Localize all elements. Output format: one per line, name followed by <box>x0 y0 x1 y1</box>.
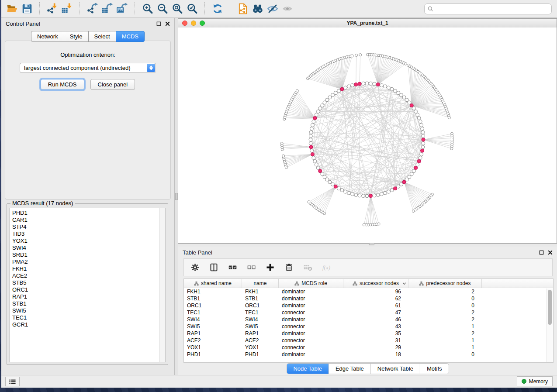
mcds-result-node[interactable]: TEC1 <box>12 314 165 321</box>
search-input[interactable] <box>434 5 549 13</box>
mcds-result-node[interactable]: FKH1 <box>12 265 165 272</box>
mcds-result-node[interactable]: PMA2 <box>12 258 165 265</box>
column-header-successor-nodes[interactable]: successor nodes <box>343 279 408 288</box>
export-image-icon[interactable] <box>115 2 130 16</box>
mcds-result-node[interactable]: PHD1 <box>12 210 165 217</box>
open-file-icon[interactable] <box>5 2 20 16</box>
tab-select[interactable]: Select <box>89 31 116 42</box>
cell-predecessor-nodes: 2 <box>408 330 482 337</box>
mcds-result-node[interactable]: RAP1 <box>12 293 165 300</box>
optimization-criterion-label: Optimization criterion: <box>5 52 170 58</box>
zoom-out-icon[interactable] <box>155 2 170 16</box>
network-window-titlebar[interactable]: YPA_prune.txt_1 <box>178 19 557 28</box>
criterion-select[interactable]: largest connected component (undirected) <box>20 63 156 73</box>
horizontal-splitter-handle[interactable] <box>369 243 374 245</box>
hide-selection-icon[interactable] <box>265 2 280 16</box>
table-row[interactable]: ORC1ORC1dominator610 <box>184 302 553 309</box>
close-table-panel-icon[interactable] <box>548 250 553 255</box>
add-column-icon[interactable] <box>264 262 276 273</box>
select-all-icon[interactable] <box>227 262 238 273</box>
column-header-shared-name[interactable]: shared name <box>184 279 242 288</box>
cell-name: SWI4 <box>242 316 279 323</box>
table-row[interactable]: ACE2ACE2connector311 <box>184 337 553 344</box>
function-builder-icon: f(x) <box>321 262 332 273</box>
clone-network-icon[interactable] <box>235 2 250 16</box>
tab-node-table[interactable]: Node Table <box>287 364 329 374</box>
mcds-result-node[interactable]: SWI5 <box>12 307 165 314</box>
import-network-icon[interactable] <box>45 2 60 16</box>
show-columns-icon[interactable] <box>208 262 219 273</box>
delete-column-icon[interactable] <box>283 262 294 273</box>
window-close-icon[interactable] <box>182 21 187 26</box>
table-scrollbar[interactable] <box>547 289 553 362</box>
status-bar: Memory <box>1 375 557 388</box>
table-row[interactable]: PHD1PHD1dominator180 <box>184 351 553 358</box>
zoom-selected-icon[interactable] <box>185 2 200 16</box>
deselect-all-icon[interactable] <box>246 262 257 273</box>
memory-button[interactable]: Memory <box>517 376 553 386</box>
mcds-list-scrollbar[interactable] <box>159 208 165 362</box>
save-session-icon[interactable] <box>20 2 35 16</box>
tab-network[interactable]: Network <box>31 31 64 42</box>
mcds-result-node[interactable]: CAR1 <box>12 217 165 224</box>
mcds-result-node[interactable]: SWI4 <box>12 244 165 251</box>
import-table-icon[interactable] <box>60 2 75 16</box>
window-minimize-icon[interactable] <box>191 21 196 26</box>
export-table-icon[interactable] <box>100 2 115 16</box>
table-row[interactable]: SWI4SWI4dominator462 <box>184 316 553 323</box>
mcds-result-node[interactable]: STP4 <box>12 224 165 230</box>
table-row[interactable]: YOX1YOX1connector291 <box>184 344 553 351</box>
network-canvas[interactable] <box>178 28 557 243</box>
mcds-result-node[interactable]: TID3 <box>12 230 165 237</box>
mcds-result-list[interactable]: PHD1CAR1STP4TID3YOX1SWI4SRD1PMA2FKH1ACE2… <box>9 208 166 362</box>
table-scrollbar-thumb[interactable] <box>548 290 552 325</box>
table-row[interactable]: TEC1TEC1connector472 <box>184 309 553 316</box>
search-network-icon[interactable] <box>250 2 265 16</box>
table-settings-icon[interactable] <box>189 262 201 273</box>
refresh-layout-icon[interactable] <box>210 2 225 16</box>
cell-predecessor-nodes: 0 <box>408 351 482 358</box>
mcds-result-node[interactable]: STB5 <box>12 279 165 286</box>
table-row[interactable]: SWI5SWI5connector431 <box>184 323 553 330</box>
mcds-result-node[interactable]: ORC1 <box>12 286 165 293</box>
tab-edge-table[interactable]: Edge Table <box>329 364 370 374</box>
cell-MCDS-role: dominator <box>279 289 343 295</box>
float-table-panel-icon[interactable] <box>539 250 544 255</box>
zoom-in-icon[interactable] <box>140 2 155 16</box>
cell-predecessor-nodes: 1 <box>408 337 482 344</box>
task-history-button[interactable] <box>5 377 20 386</box>
tab-motifs[interactable]: Motifs <box>420 364 449 374</box>
app-window: Control Panel NetworkStyleSelectMCDS Opt… <box>1 0 557 388</box>
show-all-icon[interactable] <box>280 2 295 16</box>
mcds-result-node[interactable]: YOX1 <box>12 237 165 244</box>
mcds-result-node[interactable]: STB1 <box>12 300 165 307</box>
table-row[interactable]: STB1STB1dominator620 <box>184 295 553 302</box>
tab-mcds[interactable]: MCDS <box>116 31 145 42</box>
column-header-MCDS-role[interactable]: MCDS role <box>279 279 343 288</box>
cell-successor-nodes: 47 <box>343 309 408 316</box>
window-zoom-icon[interactable] <box>200 21 205 26</box>
table-row[interactable]: FKH1FKH1dominator962 <box>184 288 553 295</box>
search-box[interactable] <box>424 3 552 14</box>
toolbar-separator <box>204 2 205 15</box>
float-panel-icon[interactable] <box>156 21 161 26</box>
column-header-predecessor-nodes[interactable]: predecessor nodes <box>408 279 482 288</box>
mcds-result-node[interactable]: ACE2 <box>12 272 165 279</box>
run-mcds-button[interactable]: Run MCDS <box>41 79 84 90</box>
task-list-icon <box>9 378 16 385</box>
table-row[interactable]: RAP1RAP1dominator352 <box>184 330 553 337</box>
control-panel-title: Control Panel <box>6 21 40 27</box>
cell-shared-name: TEC1 <box>184 309 242 316</box>
export-network-icon[interactable] <box>85 2 100 16</box>
tab-style[interactable]: Style <box>64 31 89 42</box>
toolbar-separator <box>39 2 40 15</box>
mcds-result-node[interactable]: SRD1 <box>12 251 165 258</box>
tab-network-table[interactable]: Network Table <box>370 364 420 374</box>
zoom-fit-icon[interactable] <box>170 2 185 16</box>
close-panel-icon[interactable] <box>165 21 170 26</box>
cell-name: YOX1 <box>242 344 279 351</box>
close-panel-button[interactable]: Close panel <box>90 79 135 90</box>
column-header-name[interactable]: name <box>242 279 279 288</box>
network-graph[interactable] <box>178 28 557 243</box>
mcds-result-node[interactable]: GCR1 <box>12 321 165 328</box>
